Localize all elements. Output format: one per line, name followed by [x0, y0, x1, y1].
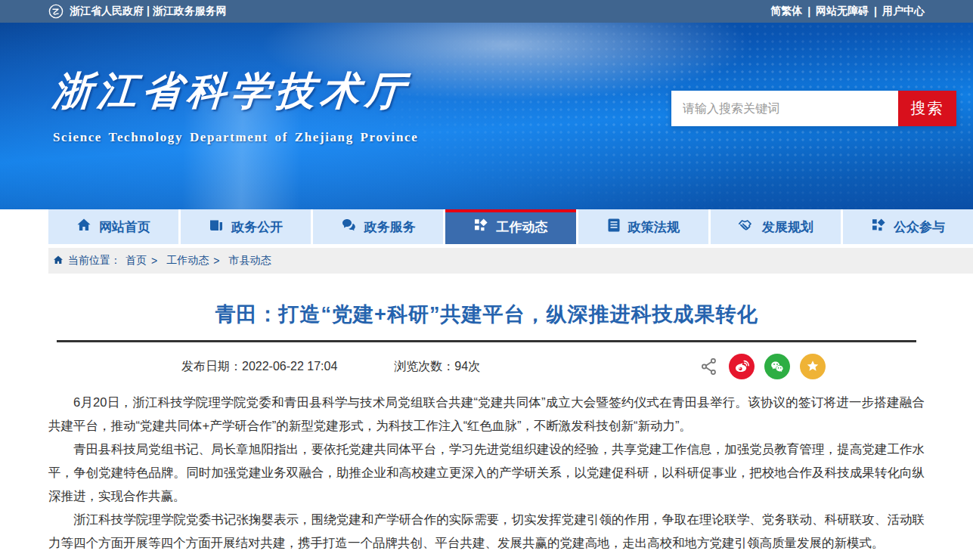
publish-date-value: 2022-06-22 17:04 [242, 360, 337, 373]
article-paragraph: 青田县科技局党组书记、局长章旭阳指出，要依托党建共同体平台，学习先进党组织建设的… [48, 438, 925, 508]
article-paragraph: 浙江科技学院理学院党委书记张掬婴表示，围绕党建和产学研合作的实际需要，切实发挥党… [48, 508, 925, 555]
article-body: 6月20日，浙江科技学院理学院党委和青田县科学与技术局党组联合共建“党建共同体”… [48, 391, 925, 560]
article-meta-row: 发布日期：2022-06-22 17:04 浏览次数：94次 [0, 347, 973, 386]
view-count-label: 浏览次数： [394, 360, 454, 373]
topbar-separator: | [807, 5, 810, 17]
site-identity: 浙江省科学技术厅 Science Technology Department o… [53, 65, 418, 145]
services-icon [341, 218, 357, 237]
nav-label: 网站首页 [99, 218, 150, 236]
search-button[interactable]: 搜索 [898, 91, 956, 126]
nav-item-participation[interactable]: 公众参与 [843, 209, 973, 244]
nav-item-policy[interactable]: 政策法规 [578, 209, 708, 244]
main-navigation: 网站首页 政务公开 政务服务 工作动态 [48, 209, 973, 244]
nav-label: 工作动态 [496, 218, 547, 236]
nav-item-planning[interactable]: 发展规划 [711, 209, 841, 244]
portal-links-text[interactable]: 浙江省人民政府 | 浙江政务服务网 [70, 5, 227, 18]
nav-item-disclosure[interactable]: 政务公开 [181, 209, 311, 244]
site-banner: 浙江省科学技术厅 Science Technology Department o… [0, 23, 973, 209]
topbar-separator: | [874, 5, 877, 17]
search-input[interactable] [671, 91, 898, 126]
view-count-value: 94次 [454, 360, 480, 373]
simplified-traditional-link[interactable]: 简繁体 [770, 5, 802, 18]
disclosure-icon [209, 218, 224, 237]
participation-icon [871, 218, 886, 237]
breadcrumb: 当前位置： 首页 > 工作动态 > 市县动态 [48, 248, 973, 274]
nav-label: 政务服务 [364, 218, 416, 236]
topbar-right-links: 简繁体 | 网站无障碍 | 用户中心 [770, 5, 925, 18]
share-buttons [699, 354, 826, 379]
qzone-icon[interactable] [800, 354, 826, 379]
article-paragraph: 6月20日，浙江科技学院理学院党委和青田县科学与技术局党组联合共建“党建共同体”… [48, 391, 925, 438]
wechat-icon[interactable] [764, 354, 790, 379]
nav-item-services[interactable]: 政务服务 [313, 209, 443, 244]
nav-label: 政务公开 [231, 218, 283, 236]
breadcrumb-home-icon [53, 255, 64, 268]
nav-label: 发展规划 [762, 218, 813, 236]
weibo-icon[interactable] [729, 354, 755, 379]
government-portal-link[interactable]: 浙江省人民政府 | 浙江政务服务网 [48, 4, 227, 19]
article-container: 青田：打造“党建+科研”共建平台，纵深推进科技成果转化 发布日期：2022-06… [0, 301, 973, 560]
home-icon [76, 218, 91, 237]
dynamics-icon [473, 218, 488, 237]
user-center-link[interactable]: 用户中心 [882, 5, 925, 18]
breadcrumb-link-city-county[interactable]: 市县动态 [228, 254, 271, 268]
nav-item-home[interactable]: 网站首页 [48, 209, 178, 244]
policy-icon [607, 218, 621, 237]
breadcrumb-separator: > [151, 255, 157, 267]
nav-label: 政策法规 [628, 218, 680, 236]
breadcrumb-link-home[interactable]: 首页 [125, 254, 147, 268]
publish-date-label: 发布日期： [181, 360, 242, 373]
zhejiang-gov-logo-icon [48, 4, 64, 19]
site-name-calligraphy: 浙江省科学技术厅 [51, 65, 420, 118]
accessibility-link[interactable]: 网站无障碍 [816, 5, 869, 18]
top-utility-bar: 浙江省人民政府 | 浙江政务服务网 简繁体 | 网站无障碍 | 用户中心 [0, 0, 973, 23]
breadcrumb-separator: > [213, 255, 219, 267]
publish-date: 发布日期：2022-06-22 17:04 [181, 359, 337, 375]
article-title: 青田：打造“党建+科研”共建平台，纵深推进科技成果转化 [0, 301, 973, 328]
share-nodes-icon[interactable] [699, 357, 719, 376]
nav-item-work-dynamics[interactable]: 工作动态 [445, 209, 575, 244]
site-search: 搜索 [671, 91, 956, 126]
breadcrumb-prefix: 当前位置： [68, 254, 121, 268]
site-name-english: Science Technology Department of Zhejian… [53, 130, 418, 145]
nav-label: 公众参与 [894, 218, 945, 236]
article-paragraph: 下一步，青田县科技局将继续探索党建与业务深度融合发展之路，努力实现互带互动、优势… [48, 555, 925, 560]
title-divider [57, 340, 916, 342]
view-count: 浏览次数：94次 [394, 359, 480, 375]
planning-handshake-icon [738, 218, 755, 236]
breadcrumb-link-work-dynamics[interactable]: 工作动态 [166, 254, 209, 268]
